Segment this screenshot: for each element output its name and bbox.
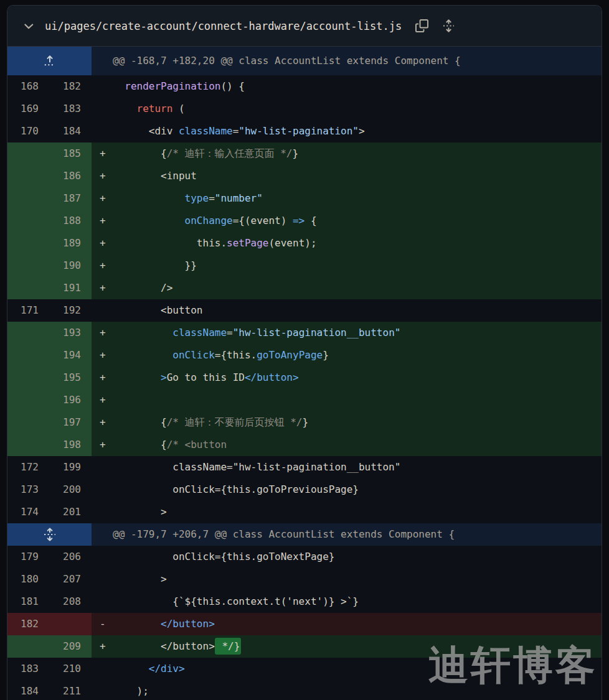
new-line-number[interactable]: 186 [49, 165, 92, 187]
code-text: <input [113, 165, 197, 187]
new-line-number[interactable]: 200 [49, 478, 92, 501]
diff-row: 180207 > [7, 568, 602, 590]
code-text: this.setPage(event); [113, 232, 317, 254]
old-line-number[interactable]: 181 [7, 590, 49, 613]
new-line-number[interactable]: 189 [49, 232, 92, 254]
code-segment: </button> [161, 618, 215, 630]
new-line-number[interactable]: 211 [49, 680, 92, 700]
copy-icon [415, 19, 428, 32]
expand-up-button[interactable] [7, 47, 92, 75]
code-segment: type [185, 192, 209, 204]
new-line-number[interactable]: 187 [49, 187, 92, 210]
old-line-number[interactable]: 184 [7, 680, 49, 700]
old-line-number[interactable]: 182 [7, 613, 49, 635]
new-line-number[interactable] [49, 613, 92, 635]
new-line-number[interactable]: 199 [49, 456, 92, 478]
code-segment [113, 192, 185, 204]
code-line: + this.setPage(event); [92, 232, 602, 254]
new-line-number[interactable]: 191 [49, 277, 92, 299]
old-line-number[interactable] [7, 165, 49, 187]
new-line-number[interactable]: 208 [49, 590, 92, 613]
old-line-number[interactable] [7, 635, 49, 658]
new-line-number[interactable]: 209 [49, 635, 92, 658]
expand-all-button[interactable] [442, 19, 455, 32]
code-line: ); [92, 680, 602, 700]
code-segment: Go to this ID [167, 371, 245, 383]
old-line-number[interactable]: 170 [7, 120, 49, 142]
code-segment: /* 迪轩：不要前后页按钮 */ [167, 416, 303, 428]
code-segment: return [137, 103, 173, 114]
new-line-number[interactable]: 183 [49, 98, 92, 120]
new-line-number[interactable]: 192 [49, 299, 92, 322]
new-line-number[interactable]: 195 [49, 366, 92, 389]
old-line-number[interactable]: 171 [7, 299, 49, 322]
old-line-number[interactable]: 173 [7, 478, 49, 501]
code-text: /> [113, 277, 172, 299]
code-line: + className="hw-list-pagination__button" [92, 322, 602, 344]
new-line-number[interactable]: 207 [49, 568, 92, 590]
diff-row: 188+ onChange={(event) => { [7, 210, 602, 232]
code-line: <button [92, 299, 602, 322]
old-line-number[interactable] [7, 187, 49, 210]
new-line-number[interactable]: 196 [49, 389, 92, 411]
new-line-number[interactable]: 198 [49, 434, 92, 456]
chevron-down-icon[interactable] [22, 20, 35, 32]
old-line-number[interactable] [7, 142, 49, 165]
new-line-number[interactable]: 188 [49, 210, 92, 232]
code-text: className="hw-list-pagination__button" [113, 456, 400, 478]
code-segment: /* <button [167, 439, 227, 450]
copy-path-button[interactable] [415, 19, 428, 32]
new-line-number[interactable]: 201 [49, 501, 92, 523]
new-line-number[interactable]: 197 [49, 411, 92, 434]
old-line-number[interactable]: 172 [7, 456, 49, 478]
diff-table: @@ -168,7 +182,20 @@ class AccountList e… [7, 47, 602, 700]
old-line-number[interactable]: 174 [7, 501, 49, 523]
diff-marker [92, 75, 113, 98]
old-line-number[interactable] [7, 366, 49, 389]
old-line-number[interactable] [7, 210, 49, 232]
diff-row: 168182 renderPagination() { [7, 75, 602, 98]
old-line-number[interactable] [7, 277, 49, 299]
hunk-header-row: @@ -179,7 +206,7 @@ class AccountList ex… [7, 523, 602, 546]
old-line-number[interactable] [7, 411, 49, 434]
old-line-number[interactable] [7, 254, 49, 277]
expand-up-down-button[interactable] [7, 523, 92, 546]
old-line-number[interactable] [7, 434, 49, 456]
code-segment [113, 103, 137, 114]
new-line-number[interactable]: 193 [49, 322, 92, 344]
old-line-number[interactable]: 169 [7, 98, 49, 120]
new-line-number[interactable]: 184 [49, 120, 92, 142]
diff-marker: + [92, 254, 113, 277]
code-segment: = [233, 125, 239, 137]
old-line-number[interactable] [7, 322, 49, 344]
old-line-number[interactable]: 183 [7, 658, 49, 680]
new-line-number[interactable]: 190 [49, 254, 92, 277]
diff-marker: + [92, 210, 113, 232]
code-segment: onClick [172, 349, 214, 361]
old-line-number[interactable]: 179 [7, 546, 49, 568]
file-path: ui/pages/create-account/connect-hardware… [45, 20, 402, 32]
code-segment: } [323, 349, 329, 361]
new-line-number[interactable]: 206 [49, 546, 92, 568]
code-segment: { [113, 439, 167, 450]
old-line-number[interactable] [7, 389, 49, 411]
new-line-number[interactable]: 185 [49, 142, 92, 165]
code-segment: > [113, 573, 167, 585]
code-line: + {/* <button [92, 434, 602, 456]
diff-marker [92, 658, 113, 680]
old-line-number[interactable] [7, 344, 49, 366]
new-line-number[interactable]: 210 [49, 658, 92, 680]
old-line-number[interactable] [7, 232, 49, 254]
new-line-number[interactable]: 182 [49, 75, 92, 98]
code-line: </div> [92, 658, 602, 680]
file-diff-card: ui/pages/create-account/connect-hardware… [7, 5, 602, 700]
code-text: <button [113, 299, 203, 322]
new-line-number[interactable]: 194 [49, 344, 92, 366]
diff-row: 174201 > [7, 501, 602, 523]
old-line-number[interactable]: 180 [7, 568, 49, 590]
code-text: >Go to this ID</button> [113, 366, 299, 389]
code-line: + /> [92, 277, 602, 299]
code-segment: onClick={this.goToPreviousPage} [113, 483, 359, 495]
diff-row: 182- </button> [7, 613, 602, 635]
old-line-number[interactable]: 168 [7, 75, 49, 98]
